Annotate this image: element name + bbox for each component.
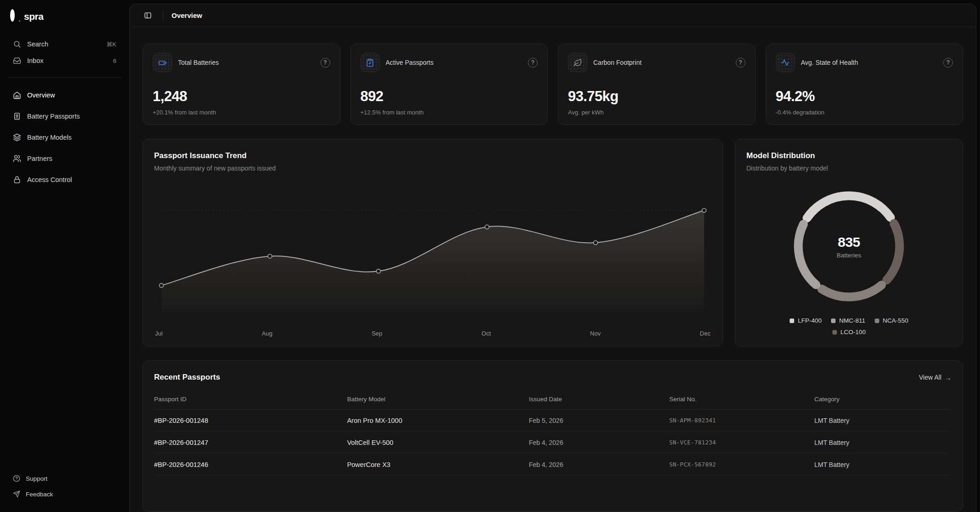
- home-icon: [13, 91, 21, 99]
- table-row[interactable]: #BP-2026-001248 Aron Pro MX-1000 Feb 5, …: [154, 410, 951, 432]
- trend-title: Passport Issuance Trend: [154, 151, 711, 160]
- stat-value: 94.2%: [776, 88, 953, 105]
- sidebar-item-label: Overview: [27, 91, 55, 99]
- topbar: Overview: [130, 4, 976, 27]
- sidebar-divider: [7, 77, 122, 78]
- stat-label: Avg. State of Health: [801, 59, 858, 66]
- table-row[interactable]: #BP-2026-001247 VoltCell EV-500 Feb 4, 2…: [154, 432, 951, 454]
- help-icon[interactable]: ?: [528, 58, 538, 68]
- legend-item-lfp-400: LFP-400: [790, 317, 822, 324]
- sidebar-item-label: Battery Passports: [27, 113, 80, 120]
- x-tick: Oct: [481, 330, 491, 337]
- clipboard-check-icon: [361, 53, 380, 72]
- layers-icon: [13, 133, 21, 142]
- cell-issued-date: Feb 5, 2026: [529, 417, 669, 424]
- passport-icon: [13, 112, 21, 120]
- sidebar-item-feedback[interactable]: Feedback: [9, 486, 120, 502]
- chart-point: [268, 254, 272, 258]
- recent-passports-card: Recent Passports View All → Passport ID …: [143, 360, 963, 512]
- sidebar-item-label: Access Control: [27, 176, 72, 183]
- donut-chart: [788, 186, 910, 307]
- table-row[interactable]: #BP-2026-001246 PowerCore X3 Feb 4, 2026…: [154, 454, 951, 476]
- inbox-label: Inbox: [27, 57, 43, 64]
- content: Total Batteries ? 1,248 +20.1% from last…: [130, 27, 976, 512]
- chart-point: [594, 240, 598, 245]
- help-icon[interactable]: ?: [321, 58, 330, 68]
- help-icon[interactable]: ?: [736, 58, 745, 68]
- stats-row: Total Batteries ? 1,248 +20.1% from last…: [143, 44, 963, 125]
- sidebar-item-support[interactable]: Support: [9, 471, 120, 486]
- stat-subtext: +20.1% from last month: [153, 109, 330, 116]
- column-header-category: Category: [814, 396, 951, 403]
- stat-value: 93.75kg: [568, 88, 745, 105]
- chart-point: [377, 269, 381, 273]
- trend-subtitle: Monthly summary of new passports issued: [154, 165, 711, 172]
- cell-battery-model: PowerCore X3: [347, 461, 529, 468]
- legend-item-lco-100: LCO-100: [832, 329, 866, 336]
- brand-logo[interactable]: spra: [9, 11, 120, 22]
- column-header-passport-id: Passport ID: [154, 396, 347, 403]
- help-circle-icon: [13, 475, 20, 482]
- chart-point: [702, 208, 706, 212]
- area-line-chart: [154, 192, 711, 329]
- charts-row: Passport Issuance Trend Monthly summary …: [143, 139, 963, 347]
- arrow-right-icon: →: [945, 374, 951, 381]
- inbox-badge: 6: [113, 57, 116, 64]
- stat-value: 1,248: [153, 88, 330, 105]
- sidebar-item-overview[interactable]: Overview: [9, 86, 120, 104]
- legend-swatch: [875, 319, 879, 323]
- battery-icon: [153, 53, 172, 72]
- sidebar-toggle-button[interactable]: [141, 9, 155, 23]
- stat-label: Carbon Footprint: [593, 59, 642, 66]
- chart-point: [485, 225, 489, 229]
- cell-battery-model: Aron Pro MX-1000: [347, 417, 529, 424]
- sidebar-item-label: Battery Models: [27, 134, 72, 141]
- search-label: Search: [27, 40, 48, 48]
- column-header-battery-model: Battery Model: [347, 396, 529, 403]
- leaf-icon: [568, 53, 587, 72]
- column-header-serial-no: Serial No.: [669, 396, 814, 403]
- stat-card-avg-state-of-health: Avg. State of Health ? 94.2% -0.4% degra…: [766, 44, 963, 125]
- sidebar-item-battery-models[interactable]: Battery Models: [9, 128, 120, 147]
- stat-subtext: +12.5% from last month: [361, 109, 538, 116]
- sidebar-item-label: Feedback: [26, 491, 53, 498]
- cell-passport-id: #BP-2026-001248: [154, 417, 347, 424]
- inbox-icon: [13, 57, 21, 65]
- main-panel: Overview Total Batteries ? 1,248 +20.1% …: [129, 4, 976, 512]
- search-shortcut: ⌘K: [106, 41, 116, 48]
- stat-label: Active Passports: [386, 59, 434, 66]
- stat-value: 892: [361, 88, 538, 105]
- legend-swatch: [831, 319, 836, 323]
- search-icon: [13, 40, 21, 48]
- brand-logo-icon: [10, 11, 21, 22]
- cell-serial-no: SN-PCX-567892: [669, 461, 814, 468]
- sidebar-inbox[interactable]: Inbox 6: [9, 52, 120, 69]
- recent-passports-title: Recent Passports: [154, 373, 220, 382]
- distribution-title: Model Distribution: [746, 151, 951, 160]
- donut-segment-lco-100: [887, 223, 900, 280]
- cell-passport-id: #BP-2026-001246: [154, 461, 347, 468]
- donut-segment-nmc-811: [798, 224, 816, 285]
- cell-issued-date: Feb 4, 2026: [529, 461, 669, 468]
- donut-segment-nca-550: [822, 285, 882, 297]
- legend-swatch: [832, 330, 837, 335]
- stat-card-carbon-footprint: Carbon Footprint ? 93.75kg Avg. per kWh: [558, 44, 756, 125]
- sidebar: spra Search ⌘K Inbox 6 Overview Battery …: [0, 0, 129, 512]
- help-icon[interactable]: ?: [943, 58, 953, 68]
- stat-subtext: -0.4% degradation: [776, 109, 953, 116]
- sidebar-item-access-control[interactable]: Access Control: [9, 171, 120, 189]
- column-header-issued-date: Issued Date: [529, 396, 669, 403]
- activity-icon: [776, 53, 795, 72]
- lock-icon: [13, 176, 21, 184]
- sidebar-item-partners[interactable]: Partners: [9, 149, 120, 168]
- sidebar-item-battery-passports[interactable]: Battery Passports: [9, 107, 120, 125]
- sidebar-item-label: Support: [26, 475, 47, 482]
- cell-serial-no: SN-APM-892341: [669, 417, 814, 424]
- sidebar-search[interactable]: Search ⌘K: [9, 36, 120, 52]
- view-all-link[interactable]: View All →: [919, 374, 951, 381]
- sidebar-footer: Support Feedback: [9, 471, 120, 502]
- model-distribution-card: Model Distribution Distribution by batte…: [735, 139, 963, 347]
- legend-item-nmc-811: NMC-811: [831, 317, 865, 324]
- cell-category: LMT Battery: [814, 439, 951, 446]
- x-tick: Sep: [372, 330, 382, 337]
